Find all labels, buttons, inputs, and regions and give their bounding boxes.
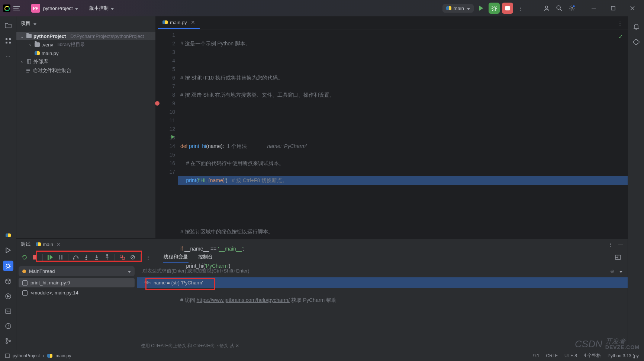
run-button[interactable] <box>476 3 486 13</box>
tree-scratch[interactable]: 临时文件和控制台 <box>16 66 155 75</box>
svg-rect-14 <box>6 309 11 313</box>
close-button[interactable] <box>624 2 641 14</box>
editor: main.py✕ ⋮ ✓ 12345678 9 101112 13 141516… <box>156 16 628 238</box>
right-toolbar <box>628 16 644 350</box>
run-config-selector[interactable]: main <box>442 4 474 13</box>
run-gutter-icon[interactable] <box>171 135 174 139</box>
view-breakpoints-icon[interactable] <box>118 253 127 262</box>
structure-tool-icon[interactable] <box>4 36 13 45</box>
packages-tool-icon[interactable] <box>4 277 13 286</box>
main-menu-icon[interactable] <box>13 4 22 12</box>
maximize-button[interactable] <box>605 2 622 14</box>
more-actions-icon[interactable]: ⋮ <box>515 3 526 13</box>
step-into-my-icon[interactable] <box>92 253 101 262</box>
minimize-button[interactable] <box>585 2 602 14</box>
project-tool-icon[interactable] <box>4 21 13 30</box>
interpreter[interactable]: Python 3.13 (py <box>608 353 639 358</box>
ai-assistant-icon[interactable] <box>632 38 641 46</box>
stop-button[interactable] <box>502 3 513 14</box>
tab-console[interactable]: 控制台 <box>197 251 213 263</box>
encoding[interactable]: UTF-8 <box>564 353 577 358</box>
svg-rect-31 <box>6 354 9 358</box>
variable-type-icon: ¹0₁ <box>144 280 151 285</box>
frames-panel: MainThread print_hi, main.py:9 <module>,… <box>16 265 137 350</box>
svg-rect-10 <box>6 42 7 43</box>
account-icon[interactable] <box>541 3 552 13</box>
git-tool-icon[interactable] <box>4 336 13 345</box>
settings-icon[interactable] <box>567 3 577 13</box>
step-into-icon[interactable] <box>82 253 91 262</box>
frame-row[interactable]: print_hi, main.py:9 <box>19 278 135 287</box>
step-out-icon[interactable] <box>103 253 112 262</box>
left-toolbar: ⋯ <box>0 16 16 350</box>
python-icon <box>162 20 168 25</box>
tree-root[interactable]: ⌄ pythonProject D:\PycharmProjects\pytho… <box>16 32 155 40</box>
svg-point-0 <box>493 7 496 10</box>
breakpoint-icon[interactable] <box>155 101 160 106</box>
svg-rect-1 <box>505 6 510 10</box>
line-separator[interactable]: CRLF <box>546 353 558 358</box>
evaluate-placeholder[interactable]: 对表达式求值(Enter) 或添加监视(Ctrl+Shift+Enter) <box>142 268 249 274</box>
python-icon <box>47 353 52 358</box>
services-tool-icon[interactable] <box>4 292 13 301</box>
svg-rect-6 <box>592 8 596 9</box>
problems-tool-icon[interactable] <box>4 322 13 331</box>
variables-panel: 对表达式求值(Enter) 或添加监视(Ctrl+Shift+Enter) ⊕ … <box>137 265 628 350</box>
breadcrumb-project[interactable]: pythonProject <box>13 353 40 358</box>
project-dropdown[interactable]: pythonProject <box>43 6 78 11</box>
terminal-tool-icon[interactable] <box>4 307 13 316</box>
layout-icon[interactable] <box>615 255 621 260</box>
debug-tool-icon[interactable] <box>3 261 13 271</box>
svg-point-26 <box>107 255 108 256</box>
svg-point-27 <box>120 255 123 258</box>
svg-rect-23 <box>61 255 62 260</box>
indent[interactable]: 4 个空格 <box>584 352 601 359</box>
debug-config-tab[interactable]: main✕ <box>36 242 61 247</box>
svg-point-2 <box>545 6 548 8</box>
tab-threads-vars[interactable]: 线程和变量 <box>163 251 189 263</box>
editor-tabs-more-icon[interactable]: ⋮ <box>612 17 628 29</box>
svg-rect-7 <box>611 6 615 10</box>
add-watch-icon[interactable]: ⊕ <box>610 268 614 274</box>
toolbar-more-icon[interactable]: ⋮ <box>144 253 152 262</box>
project-badge: PP <box>31 4 40 13</box>
frame-icon <box>22 290 28 296</box>
python-icon <box>446 6 451 11</box>
svg-point-18 <box>9 340 10 342</box>
variable-row[interactable]: ¹0₁name = {str} 'PyCharm' <box>137 277 628 288</box>
svg-rect-8 <box>6 38 7 40</box>
frame-row[interactable]: <module>, main.py:14 <box>19 288 135 297</box>
thread-state-icon <box>22 270 26 273</box>
vcs-dropdown[interactable]: 版本控制 <box>89 5 114 12</box>
svg-rect-20 <box>33 255 37 260</box>
resume-icon[interactable] <box>46 253 55 262</box>
svg-point-25 <box>86 259 87 260</box>
rerun-icon[interactable] <box>20 253 29 262</box>
hint-bar: 使用 Ctrl+Alt+向上箭头 和 Ctrl+Alt+向下箭头 从 ✕ <box>141 343 239 349</box>
expand-icon[interactable] <box>619 268 622 274</box>
step-over-icon[interactable] <box>71 253 80 262</box>
inspection-ok-icon[interactable]: ✓ <box>618 32 623 41</box>
breadcrumb-file[interactable]: main.py <box>55 353 71 358</box>
more-tool-icon[interactable]: ⋯ <box>4 52 13 61</box>
run-tool-icon[interactable] <box>4 246 13 255</box>
svg-rect-11 <box>9 42 11 43</box>
svg-point-4 <box>571 7 573 9</box>
tree-mainpy[interactable]: main.py <box>16 49 155 57</box>
tree-venv[interactable]: › .venv library根目录 <box>16 40 155 49</box>
debug-button[interactable] <box>489 3 500 14</box>
python-console-icon[interactable] <box>4 231 13 240</box>
svg-point-3 <box>557 6 560 9</box>
tree-external[interactable]: › 外部库 <box>16 57 155 66</box>
search-icon[interactable] <box>554 3 564 13</box>
notifications-icon[interactable] <box>632 22 641 31</box>
cursor-position[interactable]: 9:1 <box>533 353 540 358</box>
breadcrumb-toggle-icon[interactable] <box>5 354 10 358</box>
thread-selector[interactable]: MainThread <box>19 266 135 276</box>
editor-tab-mainpy[interactable]: main.py✕ <box>158 16 200 29</box>
pause-icon[interactable] <box>56 253 65 262</box>
close-tab-icon[interactable]: ✕ <box>191 19 195 25</box>
stop-icon[interactable] <box>30 253 39 262</box>
mute-breakpoints-icon[interactable] <box>128 253 137 262</box>
svg-point-12 <box>7 265 10 268</box>
